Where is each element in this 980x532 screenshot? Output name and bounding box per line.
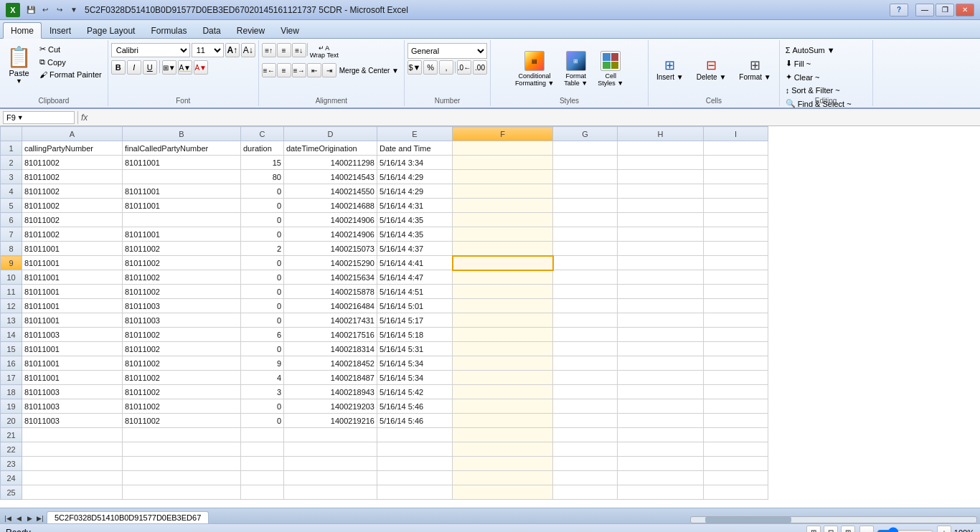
list-item[interactable]: 81011002 xyxy=(22,199,123,213)
align-center-btn[interactable]: ≡ xyxy=(277,63,291,77)
fill-button[interactable]: ⬇ Fill ~ xyxy=(783,57,870,70)
format-painter-button[interactable]: 🖌 Format Painter xyxy=(37,69,105,80)
col-header-g[interactable]: G xyxy=(553,127,618,141)
list-item[interactable]: 5/16/14 4:35 xyxy=(377,227,453,242)
list-item[interactable] xyxy=(553,213,618,227)
list-item[interactable] xyxy=(553,371,618,385)
zoom-in-btn[interactable]: + xyxy=(937,526,951,533)
list-item[interactable] xyxy=(553,328,618,342)
align-left-btn[interactable]: ≡← xyxy=(262,63,276,77)
undo-quick-btn[interactable]: ↩ xyxy=(39,4,52,16)
list-item[interactable]: 81011001 xyxy=(123,199,241,213)
list-item[interactable] xyxy=(553,156,618,170)
col-header-h[interactable]: H xyxy=(618,127,704,141)
list-item[interactable]: 81011002 xyxy=(22,170,123,184)
list-item[interactable]: finalCalledPartyNumber xyxy=(123,141,241,156)
list-item[interactable] xyxy=(377,485,453,500)
zoom-out-btn[interactable]: − xyxy=(859,526,874,533)
list-item[interactable] xyxy=(453,457,553,471)
list-item[interactable] xyxy=(22,442,123,457)
list-item[interactable] xyxy=(284,442,377,457)
list-item[interactable] xyxy=(553,313,618,328)
list-item[interactable] xyxy=(553,242,618,256)
list-item[interactable] xyxy=(553,184,618,199)
list-item[interactable]: 81011002 xyxy=(123,270,241,285)
list-item[interactable] xyxy=(704,156,768,170)
list-item[interactable]: 4 xyxy=(241,371,284,385)
list-item[interactable] xyxy=(123,471,241,485)
list-item[interactable] xyxy=(704,442,768,457)
autosum-button[interactable]: Σ AutoSum ▼ xyxy=(783,44,870,56)
paste-button[interactable]: 📋 Paste ▼ xyxy=(3,43,35,87)
list-item[interactable] xyxy=(377,428,453,442)
list-item[interactable]: 5/16/14 4:41 xyxy=(377,256,453,270)
align-right-btn[interactable]: ≡→ xyxy=(292,63,306,77)
merge-center-button[interactable]: Merge & Center ▼ xyxy=(337,63,401,77)
list-item[interactable]: 1400215878 xyxy=(284,285,377,299)
list-item[interactable]: 81011002 xyxy=(123,242,241,256)
scroll-thumb[interactable] xyxy=(705,517,791,523)
list-item[interactable] xyxy=(453,414,553,428)
list-item[interactable]: 1400215073 xyxy=(284,242,377,256)
cell-styles-button[interactable]: CellStyles ▼ xyxy=(594,49,627,89)
list-item[interactable]: 6 xyxy=(241,328,284,342)
name-box-dropdown[interactable]: ▼ xyxy=(17,114,24,121)
clear-button[interactable]: ✦ Clear ~ xyxy=(783,71,870,83)
list-item[interactable] xyxy=(284,428,377,442)
list-item[interactable]: callingPartyNumber xyxy=(22,141,123,156)
tab-data[interactable]: Data xyxy=(194,22,228,38)
bold-button[interactable]: B xyxy=(111,60,126,75)
list-item[interactable]: 81011002 xyxy=(123,328,241,342)
normal-view-btn[interactable]: ⊞ xyxy=(806,526,821,533)
dropdown-quick-btn[interactable]: ▼ xyxy=(67,4,80,16)
list-item[interactable] xyxy=(553,141,618,156)
list-item[interactable]: 81011001 xyxy=(22,285,123,299)
list-item[interactable] xyxy=(704,227,768,242)
align-middle-btn[interactable]: ≡ xyxy=(277,43,291,57)
list-item[interactable] xyxy=(241,457,284,471)
list-item[interactable] xyxy=(241,442,284,457)
list-item[interactable] xyxy=(704,170,768,184)
list-item[interactable]: 0 xyxy=(241,227,284,242)
list-item[interactable] xyxy=(123,170,241,184)
sheet-tab-1[interactable]: 5C2F0328D51410B0D91577D0EB3ED67 xyxy=(47,511,209,523)
list-item[interactable] xyxy=(704,399,768,414)
list-item[interactable] xyxy=(704,141,768,156)
list-item[interactable] xyxy=(553,285,618,299)
list-item[interactable]: 2 xyxy=(241,242,284,256)
list-item[interactable] xyxy=(704,328,768,342)
list-item[interactable]: 81011001 xyxy=(22,242,123,256)
list-item[interactable]: 5/16/14 3:34 xyxy=(377,156,453,170)
list-item[interactable] xyxy=(704,356,768,371)
list-item[interactable] xyxy=(618,156,704,170)
list-item[interactable] xyxy=(123,428,241,442)
list-item[interactable] xyxy=(377,442,453,457)
list-item[interactable] xyxy=(704,270,768,285)
list-item[interactable]: 5/16/14 5:34 xyxy=(377,371,453,385)
list-item[interactable] xyxy=(453,399,553,414)
list-item[interactable]: 5/16/14 4:29 xyxy=(377,170,453,184)
cut-button[interactable]: ✂ Cut xyxy=(37,43,105,55)
list-item[interactable] xyxy=(553,471,618,485)
list-item[interactable]: 81011003 xyxy=(22,385,123,399)
delete-cell-button[interactable]: ⊟ Delete ▼ xyxy=(692,54,732,85)
list-item[interactable] xyxy=(22,457,123,471)
list-item[interactable]: duration xyxy=(241,141,284,156)
list-item[interactable]: 5/16/14 4:31 xyxy=(377,199,453,213)
list-item[interactable]: 1400219216 xyxy=(284,414,377,428)
tab-insert[interactable]: Insert xyxy=(42,22,79,38)
list-item[interactable] xyxy=(553,199,618,213)
list-item[interactable] xyxy=(618,385,704,399)
list-item[interactable]: 81011002 xyxy=(123,399,241,414)
align-bottom-btn[interactable]: ≡↓ xyxy=(292,43,306,57)
list-item[interactable]: 1400218487 xyxy=(284,371,377,385)
list-item[interactable] xyxy=(553,356,618,371)
list-item[interactable]: 81011002 xyxy=(123,356,241,371)
list-item[interactable] xyxy=(22,428,123,442)
list-item[interactable]: 81011002 xyxy=(22,184,123,199)
list-item[interactable]: 1400217431 xyxy=(284,313,377,328)
list-item[interactable]: dateTimeOrigination xyxy=(284,141,377,156)
underline-button[interactable]: U xyxy=(143,60,157,75)
list-item[interactable]: 81011003 xyxy=(22,328,123,342)
list-item[interactable] xyxy=(704,242,768,256)
